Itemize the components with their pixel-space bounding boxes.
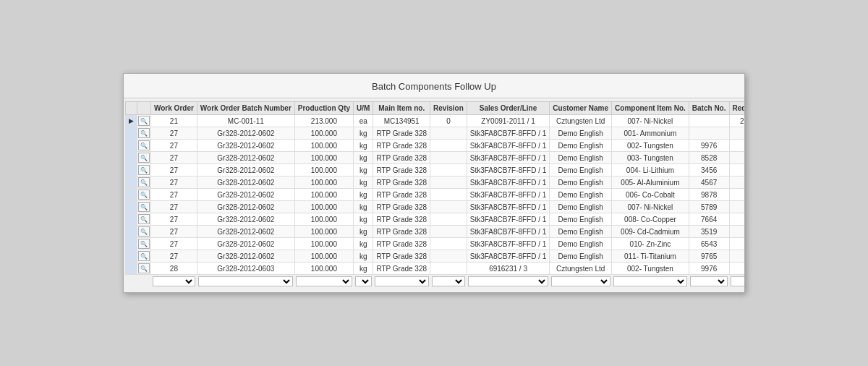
table-row: 🔍27Gr328-2012-0602100.000kgRTP Grade 328… (126, 213, 745, 226)
table-row: 🔍27Gr328-2012-0602100.000kgRTP Grade 328… (126, 201, 745, 213)
cell-uom: kg (354, 213, 373, 226)
cell-customer: Cztungsten Ltd (550, 115, 612, 127)
filter-req-qty[interactable] (731, 276, 744, 286)
cell-batch_no: 4567 (689, 176, 729, 189)
search-button[interactable]: 🔍 (138, 140, 150, 150)
cell-component: 007- Ni-Nickel (612, 115, 689, 127)
search-button[interactable]: 🔍 (138, 263, 150, 273)
search-cell: 🔍 (137, 201, 151, 213)
cell-revision (430, 250, 467, 263)
row-indicator (126, 127, 137, 140)
cell-uom: ea (354, 115, 373, 127)
cell-batch_no: 6543 (689, 238, 729, 250)
cell-batch_no: 9878 (689, 189, 729, 201)
cell-revision (430, 263, 467, 275)
cell-main_item: RTP Grade 328 (373, 226, 430, 238)
search-button[interactable]: 🔍 (138, 202, 150, 212)
filter-batch-number[interactable] (198, 276, 293, 286)
cell-component: 009- Cd-Cadmium (612, 226, 689, 238)
cell-customer: Demo English (550, 164, 612, 176)
filter-sales-order[interactable] (468, 276, 548, 286)
cell-revision: 0 (430, 115, 467, 127)
row-indicator (126, 189, 137, 201)
cell-req_qty: 7.000 (729, 152, 744, 164)
cell-prod_qty: 100.000 (294, 152, 353, 164)
col-batch-no: Batch No. (689, 102, 729, 115)
search-button[interactable]: 🔍 (138, 190, 150, 200)
row-indicator (126, 164, 137, 176)
cell-main_item: RTP Grade 328 (373, 201, 430, 213)
table-row: 🔍27Gr328-2012-0602100.000kgRTP Grade 328… (126, 164, 745, 176)
table-row: ▶🔍21MC-001-11213.000eaMC1349510ZY0091-20… (126, 115, 745, 127)
cell-customer: Demo English (550, 226, 612, 238)
cell-work_order: 27 (151, 152, 197, 164)
search-cell: 🔍 (137, 176, 151, 189)
cell-sales_order: Stk3FA8CB7F-8FFD / 1 (467, 213, 550, 226)
row-indicator (126, 263, 137, 275)
cell-req_qty: 19.000 (729, 263, 744, 275)
cell-req_qty: 8.700 (729, 250, 744, 263)
search-button[interactable]: 🔍 (138, 214, 150, 224)
cell-uom: kg (354, 189, 373, 201)
cell-uom: kg (354, 176, 373, 189)
search-button[interactable]: 🔍 (138, 177, 150, 187)
cell-revision (430, 238, 467, 250)
search-cell: 🔍 (137, 140, 151, 152)
row-indicator (126, 250, 137, 263)
cell-batch_no (689, 115, 729, 127)
cell-sales_order: Stk3FA8CB7F-8FFD / 1 (467, 176, 550, 189)
search-button[interactable]: 🔍 (138, 226, 150, 237)
search-button[interactable]: 🔍 (138, 128, 150, 138)
filter-component[interactable] (613, 276, 688, 286)
cell-component: 008- Co-Copper (612, 213, 689, 226)
row-indicator (126, 176, 137, 189)
table-row: 🔍27Gr328-2012-0602100.000kgRTP Grade 328… (126, 226, 745, 238)
cell-customer: Demo English (550, 152, 612, 164)
cell-customer: Demo English (550, 176, 612, 189)
cell-uom: kg (354, 152, 373, 164)
filter-main-item[interactable] (375, 276, 429, 286)
col-batch-number: Work Order Batch Number (197, 102, 294, 115)
cell-work_order: 27 (151, 250, 197, 263)
search-button[interactable]: 🔍 (138, 165, 150, 175)
cell-req_qty: 18.500 (729, 140, 744, 152)
filter-prod-qty[interactable] (296, 276, 352, 286)
cell-component: 005- Al-Aluminium (612, 176, 689, 189)
cell-sales_order: Stk3FA8CB7F-8FFD / 1 (467, 189, 550, 201)
cell-revision (430, 140, 467, 152)
cell-uom: kg (354, 238, 373, 250)
row-indicator (126, 238, 137, 250)
search-button[interactable]: 🔍 (138, 116, 150, 126)
cell-prod_qty: 100.000 (294, 213, 353, 226)
cell-main_item: RTP Grade 328 (373, 152, 430, 164)
search-cell: 🔍 (137, 115, 151, 127)
cell-uom: kg (354, 263, 373, 275)
filter-revision[interactable] (432, 276, 466, 286)
search-cell: 🔍 (137, 164, 151, 176)
search-cell: 🔍 (137, 127, 151, 140)
cell-customer: Demo English (550, 201, 612, 213)
cell-work_order: 27 (151, 127, 197, 140)
search-button[interactable]: 🔍 (138, 251, 150, 261)
search-button[interactable]: 🔍 (138, 239, 150, 249)
cell-sales_order: Stk3FA8CB7F-8FFD / 1 (467, 152, 550, 164)
cell-batch_number: Gr328-2012-0602 (197, 201, 294, 213)
cell-prod_qty: 213.000 (294, 115, 353, 127)
cell-work_order: 27 (151, 140, 197, 152)
cell-sales_order: Stk3FA8CB7F-8FFD / 1 (467, 127, 550, 140)
cell-prod_qty: 100.000 (294, 238, 353, 250)
cell-main_item: RTP Grade 328 (373, 127, 430, 140)
cell-revision (430, 213, 467, 226)
cell-sales_order: Stk3FA8CB7F-8FFD / 1 (467, 164, 550, 176)
filter-uom[interactable] (355, 276, 372, 286)
filter-work-order[interactable] (153, 276, 196, 286)
col-indicator (126, 102, 137, 115)
cell-main_item: RTP Grade 328 (373, 250, 430, 263)
cell-component: 007- Ni-Nickel (612, 201, 689, 213)
search-button[interactable]: 🔍 (138, 153, 150, 163)
filter-batch-no[interactable] (690, 276, 728, 286)
filter-customer[interactable] (551, 276, 610, 286)
row-indicator (126, 140, 137, 152)
cell-revision (430, 226, 467, 238)
cell-revision (430, 127, 467, 140)
